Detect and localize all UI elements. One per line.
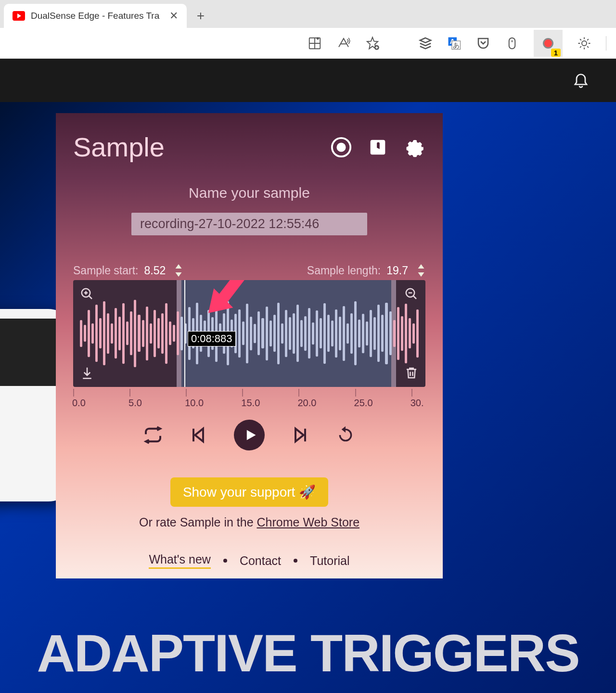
ruler-tick: 25.0 [355, 389, 356, 397]
extensions-menu-icon[interactable] [577, 36, 591, 51]
playhead[interactable] [184, 280, 185, 387]
start-stepper[interactable] [174, 264, 183, 277]
browser-tabbar: DualSense Edge - Features Tra ✕ + [0, 0, 616, 28]
site-topbar [0, 59, 616, 102]
sample-popup: Sample Name your sample Sample start: 8.… [56, 113, 443, 578]
chrome-store-link[interactable]: Chrome Web Store [257, 515, 360, 529]
new-tab-button[interactable]: + [189, 4, 213, 28]
length-value: 19.7 [386, 264, 408, 277]
browser-toolbar: Aあ 1 [0, 28, 616, 59]
ruler-tick: 0.0 [73, 389, 74, 397]
ruler-tick: 30. [411, 389, 412, 397]
ruler-tick: 10.0 [186, 389, 187, 397]
ruler-tick: 5.0 [129, 389, 130, 397]
restart-button[interactable] [336, 425, 355, 445]
record-icon [543, 38, 553, 49]
transport-controls [73, 420, 425, 450]
library-icon[interactable] [367, 136, 389, 158]
length-label: Sample length: [307, 264, 381, 277]
sample-extension-icon[interactable]: 1 [534, 30, 563, 57]
browser-tab[interactable]: DualSense Edge - Features Tra ✕ [4, 4, 187, 28]
read-aloud-icon[interactable] [336, 36, 351, 51]
loop-button[interactable] [143, 425, 163, 445]
mouse-extension-icon[interactable] [505, 36, 519, 51]
ruler-tick: 15.0 [242, 389, 243, 397]
start-label: Sample start: [73, 264, 139, 277]
zoom-out-icon[interactable] [404, 287, 419, 301]
skip-end-button[interactable] [291, 425, 310, 445]
close-tab-icon[interactable]: ✕ [169, 10, 178, 22]
support-button[interactable]: Show your support 🚀 [170, 477, 328, 507]
page-content: ADAPTIVE TRIGGERS Sample Name your sampl… [0, 59, 616, 693]
contact-link[interactable]: Contact [240, 554, 281, 568]
record-button[interactable] [330, 136, 352, 158]
time-ruler: 0.05.010.015.020.025.030. [73, 389, 425, 406]
collections-icon[interactable] [308, 36, 322, 51]
playhead-timestamp: 0:08:883 [188, 331, 236, 346]
start-value: 8.52 [144, 264, 166, 277]
zoom-in-icon[interactable] [80, 287, 94, 301]
svg-point-9 [337, 143, 345, 151]
skip-start-button[interactable] [189, 425, 208, 445]
tab-title: DualSense Edge - Features Tra [31, 11, 164, 21]
toolbar-separator [606, 36, 606, 51]
svg-text:あ: あ [453, 41, 460, 49]
background-headline: ADAPTIVE TRIGGERS [0, 622, 616, 683]
notifications-icon[interactable] [572, 71, 590, 90]
youtube-icon [13, 11, 25, 21]
trash-icon[interactable] [404, 366, 419, 380]
length-stepper[interactable] [417, 264, 425, 277]
play-button[interactable] [234, 420, 265, 450]
bullet-icon [223, 559, 227, 563]
waveform[interactable]: 0:08:883 [73, 280, 425, 387]
tutorial-link[interactable]: Tutorial [310, 554, 349, 568]
svg-point-7 [582, 41, 587, 46]
download-icon[interactable] [80, 366, 94, 380]
bullet-icon [294, 559, 297, 563]
translate-extension-icon[interactable]: Aあ [447, 36, 462, 51]
sample-name-input[interactable] [131, 213, 367, 235]
settings-icon[interactable] [403, 136, 425, 158]
svg-rect-6 [509, 38, 515, 49]
favorites-icon[interactable] [365, 36, 380, 51]
app-title: Sample [73, 131, 316, 163]
pocket-extension-icon[interactable] [476, 36, 490, 51]
extension-badge: 1 [551, 49, 561, 57]
buffer-extension-icon[interactable] [418, 36, 433, 51]
rate-text: Or rate Sample in the Chrome Web Store [73, 515, 425, 529]
popup-footer: What's new Contact Tutorial [73, 552, 425, 569]
whats-new-link[interactable]: What's new [149, 552, 210, 569]
ruler-tick: 20.0 [298, 389, 299, 397]
name-prompt: Name your sample [73, 185, 425, 201]
